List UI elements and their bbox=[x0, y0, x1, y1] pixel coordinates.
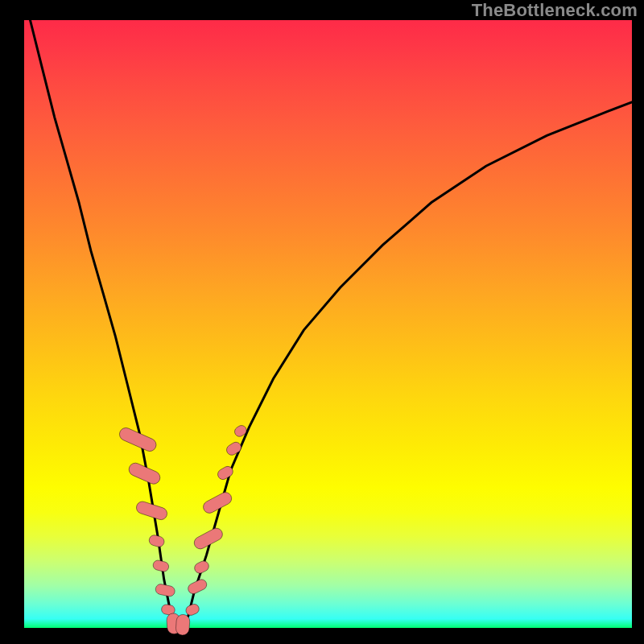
curve-marker bbox=[152, 559, 170, 572]
curve-marker bbox=[155, 583, 175, 597]
curve-marker bbox=[201, 490, 233, 515]
curve-marker bbox=[225, 440, 243, 457]
curve-marker bbox=[148, 534, 166, 548]
marker-layer bbox=[118, 423, 249, 635]
chart-svg bbox=[24, 20, 632, 628]
chart-stage: TheBottleneck.com bbox=[0, 0, 644, 644]
curve-marker bbox=[193, 559, 211, 575]
curve-marker bbox=[184, 603, 200, 617]
curve-marker bbox=[175, 614, 190, 636]
plot-background-gradient bbox=[24, 20, 632, 628]
bottleneck-curve bbox=[31, 20, 633, 628]
watermark-text: TheBottleneck.com bbox=[472, 0, 638, 21]
